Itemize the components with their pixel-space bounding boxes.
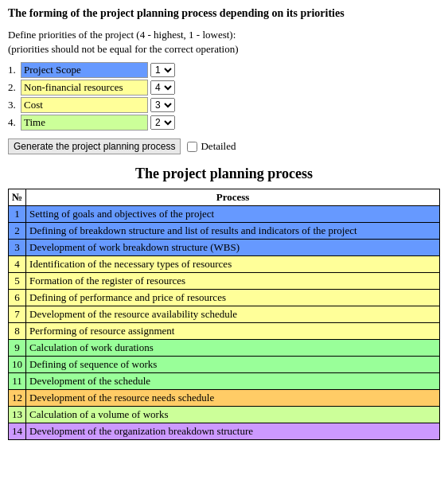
section-title: The project planning process — [8, 166, 440, 182]
priority-3-label: Cost — [21, 97, 148, 113]
row-process: Performing of resource assignment — [26, 323, 440, 340]
table-row: 6Defining of performance and price of re… — [9, 290, 440, 306]
row-number: 7 — [9, 306, 26, 323]
priority-4-label: Time — [21, 115, 148, 131]
col-process-header: Process — [26, 189, 440, 206]
row-number: 11 — [9, 373, 26, 390]
priority-2-number: 2. — [8, 81, 19, 94]
priority-3-select[interactable]: 1234 — [150, 98, 175, 112]
table-row: 5Formation of the register of resources — [9, 273, 440, 290]
row-process: Formation of the register of resources — [26, 273, 440, 290]
table-row: 12Development of the resource needs sche… — [9, 390, 440, 407]
table-row: 9Calculation of work durations — [9, 340, 440, 357]
row-process: Defining of performance and price of res… — [26, 290, 440, 306]
row-process: Development of work breakdown structure … — [26, 240, 440, 256]
table-row: 13Calculation of a volume of works — [9, 407, 440, 423]
priority-2-select[interactable]: 1234 — [150, 80, 175, 95]
detailed-label: Detailed — [201, 140, 236, 153]
priority-4-select[interactable]: 1234 — [150, 115, 175, 130]
row-number: 6 — [9, 290, 26, 306]
row-number: 2 — [9, 223, 26, 240]
priority-2-label: Non-financial resources — [21, 80, 148, 96]
table-row: 8Performing of resource assignment — [9, 323, 440, 340]
priority-1-label: Project Scope — [21, 62, 148, 78]
row-number: 13 — [9, 407, 26, 423]
priority-1-number: 1. — [8, 64, 19, 76]
table-row: 4Identification of the necessary types o… — [9, 256, 440, 273]
row-process: Development of the schedule — [26, 373, 440, 390]
table-row: 7Development of the resource availabilit… — [9, 306, 440, 323]
row-process: Setting of goals and objectives of the p… — [26, 206, 440, 223]
table-row: 10Defining of sequence of works — [9, 357, 440, 373]
row-process: Calculation of a volume of works — [26, 407, 440, 423]
process-table: № Process 1Setting of goals and objectiv… — [8, 189, 440, 440]
priority-4-number: 4. — [8, 116, 19, 129]
row-number: 10 — [9, 357, 26, 373]
table-row: 3Development of work breakdown structure… — [9, 240, 440, 256]
row-number: 8 — [9, 323, 26, 340]
row-process: Development of the organization breakdow… — [26, 423, 440, 440]
row-number: 12 — [9, 390, 26, 407]
row-process: Development of the resource needs schedu… — [26, 390, 440, 407]
row-process: Defining of breakdown structure and list… — [26, 223, 440, 240]
table-row: 11Development of the schedule — [9, 373, 440, 390]
row-number: 5 — [9, 273, 26, 290]
priority-1-select[interactable]: 1234 — [150, 63, 175, 77]
row-number: 9 — [9, 340, 26, 357]
row-process: Development of the resource availability… — [26, 306, 440, 323]
table-row: 2Defining of breakdown structure and lis… — [9, 223, 440, 240]
row-process: Identification of the necessary types of… — [26, 256, 440, 273]
subtitle-line2: (priorities should not be equal for the … — [8, 43, 440, 56]
priority-3-number: 3. — [8, 99, 19, 111]
subtitle-line1: Define priorities of the project (4 - hi… — [8, 29, 440, 41]
row-number: 4 — [9, 256, 26, 273]
detailed-checkbox[interactable] — [187, 142, 197, 152]
row-number: 1 — [9, 206, 26, 223]
table-row: 1Setting of goals and objectives of the … — [9, 206, 440, 223]
row-process: Defining of sequence of works — [26, 357, 440, 373]
row-number: 14 — [9, 423, 26, 440]
main-title: The forming of the project planning proc… — [8, 6, 440, 21]
table-row: 14Development of the organization breakd… — [9, 423, 440, 440]
row-process: Calculation of work durations — [26, 340, 440, 357]
row-number: 3 — [9, 240, 26, 256]
col-num-header: № — [9, 189, 26, 206]
generate-button[interactable]: Generate the project planning process — [8, 138, 181, 154]
